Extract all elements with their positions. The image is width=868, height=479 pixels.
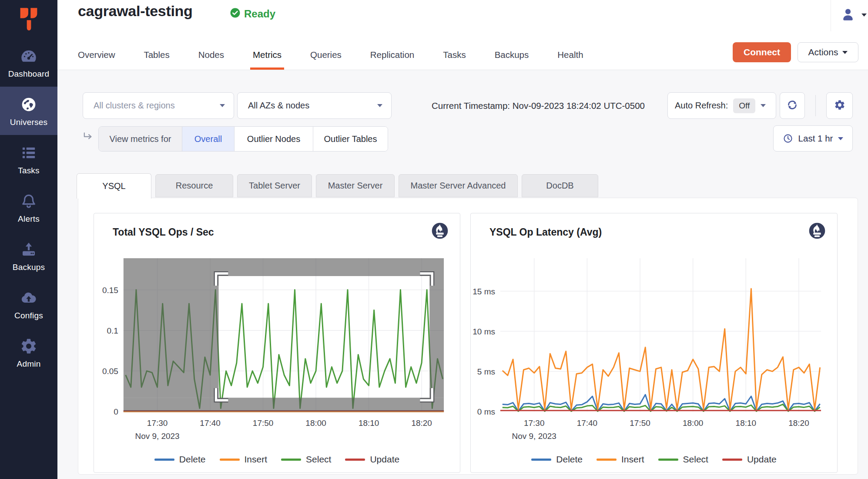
sidebar-item-tasks[interactable]: Tasks [0, 135, 57, 183]
svg-text:5 ms: 5 ms [477, 367, 495, 376]
prometheus-metrics-icon[interactable] [431, 222, 449, 239]
chevron-down-icon [761, 104, 766, 107]
scope-option-overall[interactable]: Overall [182, 127, 235, 151]
metric-tab-master-server[interactable]: Master Server [316, 174, 395, 197]
status-text: Ready [244, 8, 275, 20]
svg-text:Nov 9, 2023: Nov 9, 2023 [135, 432, 179, 441]
metric-tab-docdb[interactable]: DocDB [522, 174, 598, 197]
svg-text:17:50: 17:50 [630, 418, 650, 428]
svg-text:17:50: 17:50 [253, 418, 273, 428]
ops-per-sec-chart[interactable]: 00.050.10.1517:3017:4017:5018:0018:1018:… [94, 252, 460, 456]
legend-item-select[interactable]: Select [658, 454, 708, 465]
chevron-down-icon [842, 51, 848, 54]
cloud-upload-icon [20, 289, 38, 307]
chevron-down-icon [861, 13, 867, 17]
svg-text:18:10: 18:10 [359, 418, 379, 428]
legend-line-icon [154, 459, 174, 461]
time-range-value: Last 1 hr [798, 133, 833, 144]
refresh-button[interactable] [780, 92, 805, 119]
auto-refresh-select[interactable]: Auto Refresh: Off [667, 92, 776, 119]
legend-line-icon [722, 459, 742, 461]
svg-text:0.05: 0.05 [102, 367, 118, 376]
chevron-down-icon [377, 104, 382, 107]
tab-health[interactable]: Health [557, 44, 583, 70]
tab-overview[interactable]: Overview [78, 44, 115, 70]
metric-tab-master-server-advanced[interactable]: Master Server Advanced [399, 174, 518, 197]
legend-item-insert[interactable]: Insert [597, 454, 644, 465]
scope-option-outlier-tables[interactable]: Outlier Tables [313, 127, 388, 151]
svg-text:18:10: 18:10 [736, 418, 756, 428]
legend-line-icon [597, 459, 617, 461]
sidebar-item-label: Universes [10, 118, 47, 127]
user-menu[interactable] [841, 7, 867, 23]
legend-item-delete[interactable]: Delete [531, 454, 583, 465]
legend-item-insert[interactable]: Insert [220, 454, 268, 465]
svg-text:17:40: 17:40 [577, 418, 597, 428]
legend-line-icon [281, 459, 301, 461]
legend-line-icon [345, 459, 365, 461]
tab-queries[interactable]: Queries [310, 44, 342, 70]
current-timestamp: Current Timestamp: Nov-09-2023 18:24:02 … [432, 92, 645, 119]
sidebar-item-label: Backups [13, 263, 45, 272]
tab-nodes[interactable]: Nodes [198, 44, 224, 70]
chart-legend: Delete Insert Select Update [471, 454, 837, 465]
legend-item-delete[interactable]: Delete [154, 454, 206, 465]
legend-item-select[interactable]: Select [281, 454, 331, 465]
bell-icon [20, 192, 38, 210]
svg-text:15 ms: 15 ms [473, 287, 495, 296]
refresh-icon [787, 99, 798, 112]
prometheus-metrics-icon[interactable] [808, 222, 826, 239]
sidebar: Dashboard Universes Tasks Alerts Backups… [0, 0, 57, 479]
az-nodes-filter-select[interactable]: All AZs & nodes [237, 92, 392, 119]
sidebar-item-admin[interactable]: Admin [0, 328, 57, 377]
task-list-icon [20, 144, 38, 162]
op-latency-chart[interactable]: 0 ms5 ms10 ms15 ms17:3017:4017:5018:0018… [471, 252, 837, 456]
legend-item-update[interactable]: Update [722, 454, 777, 465]
user-avatar-icon [841, 7, 855, 23]
dashboard-gauge-icon [20, 47, 38, 65]
yugabyte-console-page: Dashboard Universes Tasks Alerts Backups… [0, 0, 868, 479]
tab-tasks[interactable]: Tasks [443, 44, 466, 70]
branch-arrow-icon [82, 131, 94, 143]
chart-card-total-ysql-ops: Total YSQL Ops / Sec 00.050.10.1517:3017… [94, 213, 460, 473]
sidebar-item-backups[interactable]: Backups [0, 232, 57, 280]
chevron-down-icon [838, 137, 843, 140]
metrics-content: All clusters & regions All AZs & nodes C… [57, 70, 868, 479]
yugabyte-logo-icon[interactable] [0, 0, 57, 38]
sidebar-nav: Dashboard Universes Tasks Alerts Backups… [0, 38, 57, 377]
sidebar-item-alerts[interactable]: Alerts [0, 183, 57, 232]
metric-tab-tablet-server[interactable]: Tablet Server [237, 174, 312, 197]
tab-tables[interactable]: Tables [144, 44, 169, 70]
metric-tab-ysql[interactable]: YSQL [77, 173, 151, 199]
sidebar-item-dashboard[interactable]: Dashboard [0, 38, 57, 87]
metric-tab-resource[interactable]: Resource [155, 174, 233, 197]
chart-title: YSQL Op Latency (Avg) [489, 226, 602, 238]
clusters-filter-select[interactable]: All clusters & regions [83, 92, 234, 119]
chevron-down-icon [220, 104, 225, 107]
connect-button[interactable]: Connect [733, 42, 791, 62]
settings-button[interactable] [826, 92, 853, 119]
legend-line-icon [658, 459, 678, 461]
tab-backups[interactable]: Backups [495, 44, 529, 70]
tab-metrics[interactable]: Metrics [253, 44, 282, 70]
sidebar-item-label: Alerts [18, 214, 40, 224]
chart-title: Total YSQL Ops / Sec [113, 226, 214, 238]
clock-icon [783, 133, 793, 144]
actions-button[interactable]: Actions [798, 42, 858, 62]
svg-text:18:20: 18:20 [788, 418, 809, 428]
time-range-select[interactable]: Last 1 hr [773, 125, 853, 152]
svg-text:0: 0 [114, 407, 118, 416]
clusters-filter-value: All clusters & regions [94, 101, 175, 111]
sidebar-item-universes[interactable]: Universes [0, 87, 57, 135]
svg-text:Nov 9, 2023: Nov 9, 2023 [512, 432, 556, 441]
ready-check-icon [230, 7, 241, 20]
legend-item-update[interactable]: Update [345, 454, 399, 465]
svg-text:17:30: 17:30 [147, 418, 168, 428]
svg-text:0.15: 0.15 [102, 286, 118, 295]
svg-text:18:00: 18:00 [683, 418, 703, 428]
legend-line-icon [220, 459, 240, 461]
sidebar-item-configs[interactable]: Configs [0, 280, 57, 328]
globe-icon [20, 95, 38, 114]
scope-option-outlier-nodes[interactable]: Outlier Nodes [235, 127, 313, 151]
tab-replication[interactable]: Replication [370, 44, 414, 70]
